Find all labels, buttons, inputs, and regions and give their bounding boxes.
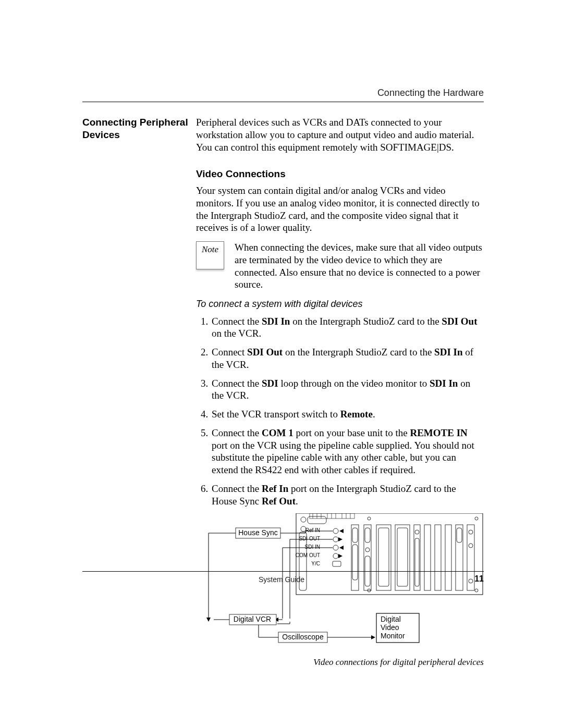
- step-bold: SDI In: [430, 378, 458, 389]
- step-5: Connect the COM 1 port on your base unit…: [211, 427, 484, 476]
- procedure-title: To connect a system with digital devices: [196, 298, 484, 310]
- step-4: Set the VCR transport switch to Remote.: [211, 408, 484, 421]
- step-text: port on the VCR using the pipeline cable…: [212, 440, 474, 476]
- header-rule: [82, 102, 484, 102]
- step-text: on the Intergraph StudioZ card to the: [283, 347, 434, 357]
- footer-page-number: 11: [474, 574, 484, 584]
- diagram-monitor-l3: Monitor: [381, 632, 405, 640]
- diagram-monitor-l2: Video: [381, 623, 399, 632]
- connections-diagram: Ref IN SDI OUT SDI IN COM OUT Y/C: [196, 513, 484, 654]
- step-text: on the Intergraph StudioZ card to the: [290, 316, 442, 327]
- note-text: When connecting the devices, make sure t…: [235, 241, 484, 291]
- figure-caption: Video connections for digital peripheral…: [196, 657, 484, 668]
- step-text: Connect the: [212, 378, 262, 389]
- diagram-house-sync: House Sync: [238, 528, 277, 537]
- step-text: .: [296, 496, 298, 507]
- svg-marker-19: [339, 529, 344, 533]
- diagram-digital-vcr: Digital VCR: [234, 615, 271, 623]
- video-connections-heading: Video Connections: [196, 168, 484, 180]
- intro-software: SOFTIMAGE|DS.: [380, 142, 454, 153]
- step-bold: Remote: [340, 409, 373, 419]
- svg-rect-1: [310, 513, 354, 519]
- step-bold: Ref In: [262, 483, 288, 494]
- step-text: loop through on the video monitor to: [278, 378, 430, 389]
- step-text: Connect the: [212, 316, 262, 327]
- step-bold: SDI In: [434, 347, 462, 357]
- svg-point-11: [368, 517, 371, 520]
- step-bold: Ref Out: [262, 496, 296, 507]
- svg-rect-29: [352, 528, 358, 542]
- port-label-sdi-in: SDI IN: [305, 544, 320, 550]
- svg-point-24: [333, 553, 338, 559]
- svg-marker-56: [371, 635, 375, 639]
- svg-marker-23: [339, 546, 344, 550]
- svg-point-48: [469, 530, 473, 534]
- procedure-steps: Connect the SDI In on the Intergraph Stu…: [196, 315, 484, 508]
- step-6: Connect the Ref In port on the Intergrap…: [211, 483, 484, 508]
- intro-paragraph-block: Peripheral devices such as VCRs and DATs…: [196, 116, 484, 161]
- diagram-oscilloscope: Oscilloscope: [282, 633, 324, 641]
- svg-point-40: [415, 530, 419, 534]
- svg-marker-52: [206, 618, 211, 622]
- note-icon: Note: [196, 241, 224, 269]
- svg-point-12: [475, 517, 478, 520]
- svg-point-33: [365, 548, 370, 552]
- figure: Ref IN SDI OUT SDI IN COM OUT Y/C: [196, 513, 484, 668]
- svg-marker-25: [338, 554, 342, 558]
- footer-rule: [82, 571, 484, 572]
- step-3: Connect the SDI loop through on the vide…: [211, 377, 484, 402]
- port-label-sdi-out: SDI OUT: [299, 536, 320, 541]
- running-header: Connecting the Hardware: [377, 88, 484, 98]
- svg-rect-32: [365, 528, 370, 542]
- svg-marker-21: [338, 537, 342, 541]
- svg-point-20: [333, 537, 338, 542]
- step-text: Connect the: [212, 427, 262, 438]
- step-2: Connect SDI Out on the Intergraph Studio…: [211, 346, 484, 371]
- step-bold: SDI Out: [442, 316, 477, 327]
- main-column: Video Connections Your system can contai…: [196, 168, 484, 507]
- content-area: Connecting Peripheral Devices Peripheral…: [82, 116, 484, 668]
- note-block: Note When connecting the devices, make s…: [196, 241, 484, 291]
- step-bold: COM 1: [262, 427, 293, 438]
- port-label-yc: Y/C: [311, 561, 320, 566]
- section-peripheral-devices: Connecting Peripheral Devices Peripheral…: [82, 116, 484, 161]
- video-connections-paragraph: Your system can contain digital and/or a…: [196, 184, 484, 234]
- step-1: Connect the SDI In on the Intergraph Stu…: [211, 315, 484, 340]
- step-text: .: [373, 409, 375, 419]
- diagram-monitor-l1: Digital: [381, 615, 401, 623]
- port-label-ref-in: Ref IN: [305, 527, 320, 533]
- svg-point-22: [333, 545, 338, 550]
- svg-point-14: [475, 589, 478, 592]
- step-bold: SDI Out: [247, 347, 283, 357]
- svg-point-49: [469, 544, 473, 548]
- svg-point-18: [333, 528, 338, 534]
- step-text: Set the VCR transport switch to: [212, 409, 340, 419]
- note-label: Note: [202, 244, 218, 255]
- page: Connecting the Hardware Connecting Perip…: [0, 0, 563, 728]
- step-bold: REMOTE IN: [410, 427, 467, 438]
- side-heading: Connecting Peripheral Devices: [82, 116, 196, 141]
- intro-paragraph: Peripheral devices such as VCRs and DATs…: [196, 116, 484, 153]
- svg-rect-46: [457, 528, 462, 542]
- step-text: Connect: [212, 347, 247, 357]
- step-text: port on your base unit to the: [293, 427, 410, 438]
- step-bold: SDI In: [262, 316, 290, 327]
- step-bold: SDI: [262, 378, 278, 389]
- step-text: on the VCR.: [212, 328, 261, 339]
- svg-rect-26: [333, 561, 341, 566]
- svg-point-15: [301, 517, 306, 522]
- step-text: Connect the: [212, 483, 262, 494]
